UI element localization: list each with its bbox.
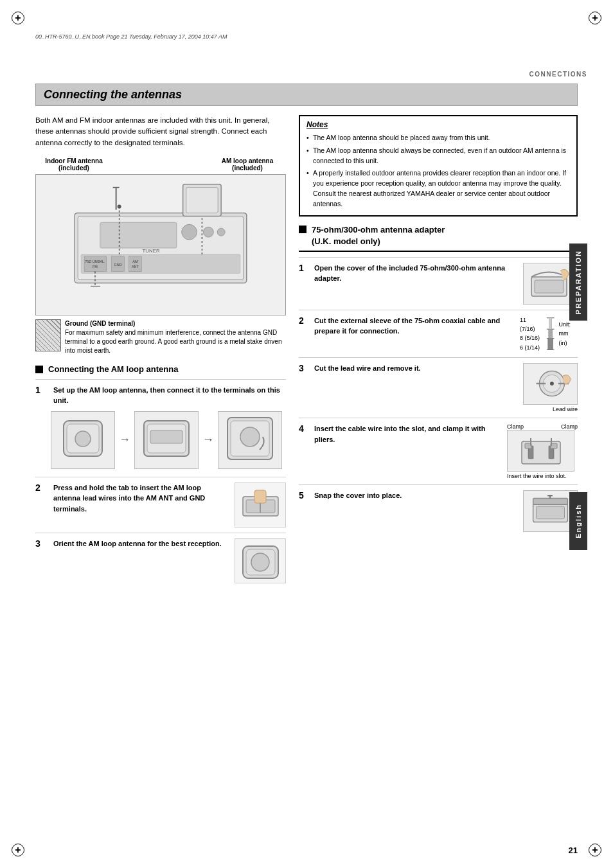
preparation-label: PREPARATION [574, 250, 582, 314]
antenna-diagram-box: TUNER 75Ω UNBAL. FM GND AM ANT [35, 174, 286, 315]
ohm-heading-text: 75-ohm/300-ohm antenna adapter(U.K. mode… [312, 224, 445, 247]
notes-item-3: A properly installed outdoor antenna pro… [306, 168, 570, 209]
am-step-3-text: Orient the AM loop antenna for the best … [53, 538, 228, 549]
svg-point-5 [217, 228, 225, 236]
svg-point-40 [251, 553, 269, 571]
svg-text:GND: GND [114, 262, 122, 266]
am-step3-svg [236, 540, 285, 581]
am-step-img2-svg [138, 414, 195, 466]
english-sidebar-tab: English [569, 492, 587, 550]
english-label: English [574, 504, 582, 538]
am-step-2: 2 Press and hold the tab to insert the A… [35, 477, 286, 527]
page-title: Connecting the antennas [44, 88, 569, 102]
am-step-2-number: 2 [35, 483, 47, 493]
ohm-step-3-text: Cut the lead wire and remove it. [314, 363, 515, 374]
two-col-layout: Both AM and FM indoor antennas are inclu… [35, 115, 578, 589]
am-step-3-image [235, 538, 286, 583]
ohm-step-1-number: 1 [299, 263, 309, 273]
am-step-2-image [235, 483, 286, 527]
main-content: Connecting the antennas Both AM and FM i… [35, 84, 578, 836]
am-step-1-number: 1 [35, 385, 47, 395]
corner-mark-tr [589, 12, 601, 24]
am-step-2-text: Press and hold the tab to insert the AM … [53, 483, 228, 515]
notes-item-2: The AM loop antenna should always be con… [306, 146, 570, 166]
notes-list: The AM loop antenna should be placed awa… [306, 133, 570, 209]
measurement-lines-svg [545, 316, 556, 351]
am-step-3-number: 3 [35, 538, 47, 549]
measurement-3: 6 (1/14) [520, 343, 542, 352]
svg-rect-2 [100, 222, 177, 248]
ohm-step-2-measurements: 11 (7/16) 8 (5/16) 6 (1/14) [520, 315, 542, 353]
antenna-diagram-svg: TUNER 75Ω UNBAL. FM GND AM ANT [36, 175, 285, 315]
step-arrow-1: → [119, 433, 130, 447]
ohm-step-4-text: Insert the cable wire into the slot, and… [314, 423, 502, 445]
am-step2-svg [236, 484, 285, 526]
am-step-1-img2 [134, 411, 199, 469]
ohm-step-4-img [507, 430, 574, 472]
am-antenna-label: AM loop antenna(included) [209, 157, 286, 172]
page-number: 21 [569, 846, 578, 855]
svg-rect-42 [535, 280, 564, 293]
am-step-3: 3 Orient the AM loop antenna for the bes… [35, 533, 286, 583]
insert-wire-label: Insert the wire into slot. [507, 473, 567, 479]
ohm-step-4-image: Clamp Clamp [507, 423, 578, 479]
notes-box: Notes The AM loop antenna should be plac… [299, 115, 578, 217]
antenna-diagram: Indoor FM antenna(included) AM loop ante… [35, 157, 286, 355]
ohm-step-2-image: 11 (7/16) 8 (5/16) 6 (1/14) [520, 315, 578, 353]
corner-mark-tl [12, 12, 24, 24]
ground-hatch [35, 319, 61, 351]
corner-mark-bl [12, 844, 24, 856]
svg-rect-36 [254, 490, 266, 503]
svg-rect-50 [549, 318, 552, 329]
svg-point-55 [550, 382, 554, 385]
clamp-labels: Clamp Clamp [507, 423, 578, 430]
svg-point-3 [182, 224, 197, 240]
ohm-step-1-text: Open the cover of the included 75-ohm/30… [314, 263, 515, 284]
svg-rect-22 [186, 188, 218, 213]
svg-text:ANT: ANT [132, 264, 139, 268]
corner-mark-br [589, 844, 601, 856]
right-column: PREPARATION Notes The AM loop antenna sh… [299, 115, 578, 589]
clamp-left-label: Clamp [507, 423, 524, 430]
file-info: 00_HTR-5760_U_EN.book Page 21 Tuesday, F… [35, 33, 227, 40]
am-step-1-img1 [51, 411, 115, 469]
am-step-1: 1 Set up the AM loop antenna, then conne… [35, 379, 286, 406]
svg-rect-30 [150, 430, 182, 443]
svg-point-4 [203, 227, 213, 237]
notes-item-1: The AM loop antenna should be placed awa… [306, 133, 570, 143]
am-step-img1-svg [54, 414, 112, 466]
svg-point-33 [240, 427, 260, 447]
svg-text:FM: FM [93, 264, 98, 268]
am-step-1-text: Set up the AM loop antenna, then connect… [53, 385, 286, 406]
ohm-step-5-number: 5 [299, 490, 309, 500]
ground-note: Ground (GND terminal) For maximum safety… [35, 319, 286, 355]
ohm-step-5-text: Snap the cover into place. [314, 490, 515, 501]
ohm-step-2: 2 Cut the external sleeve of the 75-ohm … [299, 310, 578, 358]
svg-text:75Ω UNBAL.: 75Ω UNBAL. [85, 259, 105, 263]
ohm-step-3-img [523, 363, 578, 405]
ohm-step-3-image: Lead wire [520, 363, 578, 412]
unit-label: Unit:mm (in) [558, 320, 578, 348]
svg-rect-65 [533, 499, 568, 505]
ground-note-title: Ground (GND terminal) [65, 319, 286, 328]
svg-text:AM: AM [132, 259, 138, 263]
fm-antenna-label: Indoor FM antenna(included) [35, 157, 112, 172]
svg-point-17 [118, 204, 121, 208]
svg-point-27 [75, 431, 91, 447]
svg-rect-64 [537, 506, 565, 519]
ground-note-text: Ground (GND terminal) For maximum safety… [65, 319, 286, 355]
ohm-step-3: 3 Cut the lead wire and remove it. [299, 357, 578, 418]
intro-text: Both AM and FM indoor antennas are inclu… [35, 115, 286, 148]
measurement-1: 11 (7/16) [520, 315, 542, 334]
ohm-step4-svg [509, 432, 573, 470]
ohm-step-4: 4 Insert the cable wire into the slot, a… [299, 418, 578, 484]
left-column: Both AM and FM indoor antennas are inclu… [35, 115, 286, 589]
antenna-labels: Indoor FM antenna(included) AM loop ante… [35, 157, 286, 172]
section-header: CONNECTIONS [529, 71, 587, 78]
svg-rect-49 [549, 329, 553, 339]
ohm-step-3-number: 3 [299, 363, 309, 373]
am-step-img3-svg [221, 414, 279, 466]
page-title-banner: Connecting the antennas [35, 84, 578, 106]
svg-rect-48 [548, 339, 553, 350]
ohm-step3-svg [524, 363, 577, 405]
